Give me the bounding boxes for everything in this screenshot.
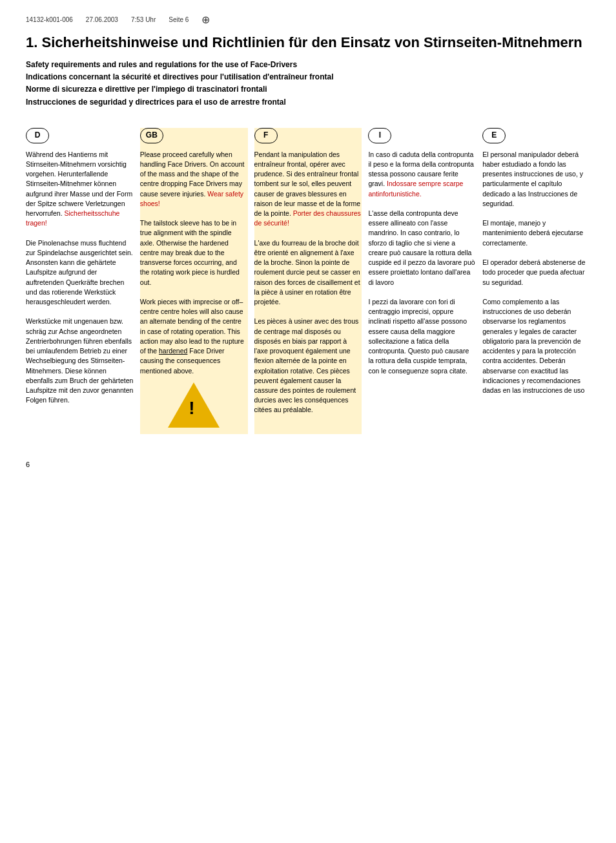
doc-page-label: Seite 6 [169, 16, 189, 25]
column-de: D Während des Hantierns mit Stirnseiten-… [26, 128, 134, 434]
doc-id: 14132-k001-006 [26, 16, 73, 25]
lang-badge-gb: GB [140, 128, 163, 143]
column-fr: F Pendant la manipulation des entraîneur… [254, 128, 362, 434]
crosshair-icon: ⊕ [201, 13, 210, 27]
subtitle-line-3: Norme di sicurezza e direttive per l'imp… [26, 83, 590, 96]
fr-safety-note: Porter des chaussures de sécurité! [254, 209, 361, 227]
page-number: 6 [26, 460, 590, 470]
gb-hardened-highlight: hardened [159, 347, 187, 355]
lang-badge-es: E [482, 128, 506, 143]
subtitle-line-4: Instrucciones de seguridad y directrices… [26, 96, 590, 109]
lang-badge-it: I [368, 128, 391, 143]
column-es: E El personal manipulador deberá haber e… [482, 128, 590, 434]
subtitle-line-1: Safety requirements and rules and regula… [26, 59, 590, 71]
page-title: 1. Sicherheitshinweise und Richtlinien f… [26, 34, 590, 52]
triangle-warning-gb [168, 382, 220, 428]
it-safety-note: Indossare sempre scarpe antinfortunistic… [368, 180, 463, 197]
col-fr-text: Pendant la manipulation des entraîneur f… [254, 150, 362, 415]
lang-badge-fr: F [254, 128, 278, 143]
col-gb-text: Please proceed carefully when handling F… [140, 150, 248, 376]
subtitle-block: Safety requirements and rules and regula… [26, 59, 590, 109]
col-it-text: In caso di caduta della contropunta il p… [368, 150, 476, 376]
subtitle-line-2: Indications concernant la sécurité et di… [26, 71, 590, 83]
doc-time: 7:53 Uhr [131, 16, 156, 25]
columns-container: D Während des Hantierns mit Stirnseiten-… [26, 128, 590, 434]
lang-badge-de: D [26, 128, 49, 143]
column-gb: GB Please proceed carefully when handlin… [140, 128, 248, 434]
column-it: I In caso di caduta della contropunta il… [368, 128, 476, 434]
gb-safety-note: Wear safety shoes! [140, 190, 243, 207]
col-de-text: Während des Hantierns mit Stirnseiten-Mi… [26, 150, 134, 406]
col-es-text: El personal manipulador deberá haber est… [482, 150, 590, 395]
de-safety-note: Sicherheitsschuhe tragen! [26, 209, 119, 227]
header-meta: 14132-k001-006 27.06.2003 7:53 Uhr Seite… [26, 13, 590, 27]
doc-date: 27.06.2003 [86, 16, 118, 25]
